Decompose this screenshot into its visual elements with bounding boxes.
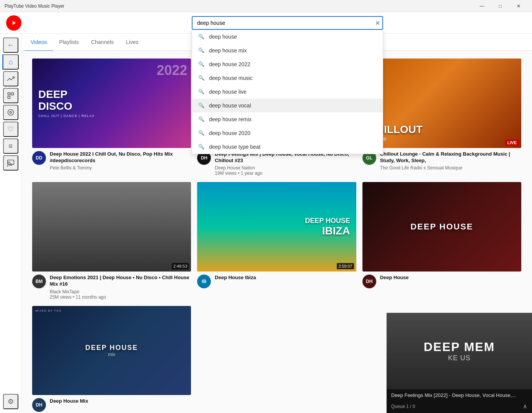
mini-queue: Queue 1 / 0 ∧ bbox=[387, 401, 532, 413]
avatar-4: BM bbox=[32, 275, 46, 288]
video-info-1: DDDeep House 2022 I Chill Out, Nu Disco,… bbox=[32, 151, 191, 171]
avatar-6: DH bbox=[362, 275, 376, 288]
maximize-button[interactable]: □ bbox=[491, 0, 509, 12]
suggestion-text: deep house bbox=[209, 34, 237, 40]
search-icon: 🔍 bbox=[198, 34, 204, 39]
play-icon bbox=[10, 20, 17, 26]
title-bar: PlayTube Video Music Player — □ ✕ bbox=[0, 0, 532, 12]
search-suggestion-2[interactable]: 🔍deep house mix bbox=[192, 44, 383, 57]
search-suggestion-9[interactable]: 🔍deep house type beat bbox=[192, 140, 383, 154]
app-title: PlayTube Video Music Player bbox=[5, 3, 64, 9]
video-info-5: IBDeep House Ibiza bbox=[197, 275, 356, 288]
search-suggestion-3[interactable]: 🔍deep house 2022 bbox=[192, 57, 383, 71]
svg-rect-2 bbox=[11, 93, 13, 95]
video-title-1: Deep House 2022 I Chill Out, Nu Disco, P… bbox=[50, 151, 191, 164]
tab-videos[interactable]: Videos bbox=[24, 34, 53, 51]
sidebar-item-queue[interactable]: ≡ bbox=[3, 138, 18, 154]
video-meta-1: Deep House 2022 I Chill Out, Nu Disco, P… bbox=[50, 151, 191, 171]
video-info-6: DHDeep House bbox=[362, 275, 521, 288]
search-suggestion-1[interactable]: 🔍deep house bbox=[192, 30, 383, 44]
back-button[interactable]: ← bbox=[3, 37, 18, 53]
svg-rect-3 bbox=[8, 96, 10, 99]
video-card-4[interactable]: 2:48:53BMDeep Emotions 2021 | Deep House… bbox=[29, 182, 194, 306]
search-input[interactable] bbox=[192, 16, 383, 30]
search-icon: 🔍 bbox=[198, 144, 204, 150]
mini-thumb: DEEP MEM KE US bbox=[387, 313, 532, 389]
svg-point-6 bbox=[7, 166, 8, 166]
search-clear-button[interactable]: ✕ bbox=[375, 19, 380, 26]
search-suggestion-4[interactable]: 🔍deep house music bbox=[192, 71, 383, 85]
suggestion-text: deep house 2022 bbox=[209, 61, 250, 67]
video-stats-4: 25M views • 11 months ago bbox=[50, 294, 191, 300]
video-card-3[interactable]: CHILLOUTLoungeLIVEGLChillout Lounge - Ca… bbox=[359, 59, 524, 182]
search-dropdown: 🔍deep house🔍deep house mix🔍deep house 20… bbox=[192, 30, 383, 154]
thumbnail-bg-4 bbox=[32, 182, 191, 272]
video-card-7[interactable]: DEEP HOUSEmixMIXED BY TSGDHDeep House Mi… bbox=[29, 306, 194, 413]
search-icon: 🔍 bbox=[198, 47, 204, 53]
search-icon: 🔍 bbox=[198, 116, 204, 122]
video-meta-6: Deep House bbox=[380, 275, 521, 288]
sidebar-item-home[interactable]: ⌂ bbox=[2, 54, 19, 70]
svg-rect-1 bbox=[8, 93, 10, 95]
sidebar-item-cast[interactable] bbox=[3, 155, 18, 171]
sidebar: ← ⌂ ♡ ≡ ⚙ bbox=[0, 34, 21, 413]
logo-button[interactable] bbox=[6, 15, 21, 31]
settings-button[interactable]: ⚙ bbox=[3, 394, 18, 409]
video-channel-4: Black MixTape bbox=[50, 289, 191, 294]
suggestion-text: deep house live bbox=[209, 89, 246, 95]
suggestion-text: deep house music bbox=[209, 75, 253, 81]
search-suggestion-5[interactable]: 🔍deep house live bbox=[192, 85, 383, 99]
mixed-by-label: MIXED BY TSG bbox=[35, 309, 62, 312]
video-meta-7: Deep House Mix bbox=[50, 398, 191, 412]
search-icon: 🔍 bbox=[198, 61, 204, 67]
thumb-overlay-5: DEEP HOUSEIBIZA bbox=[261, 182, 356, 272]
video-channel-1: Pete Bellis & Tommy bbox=[50, 165, 191, 171]
video-card-5[interactable]: DEEP HOUSEIBIZA3:59:07IBDeep House Ibiza bbox=[194, 182, 359, 306]
thumb-overlay-7: DEEP HOUSEmix bbox=[32, 306, 191, 395]
avatar-7: DH bbox=[32, 398, 46, 412]
suggestion-text: deep house remix bbox=[209, 116, 251, 122]
thumb-overlay-3: CHILLOUTLounge bbox=[362, 59, 521, 148]
suggestion-text: deep house type beat bbox=[209, 144, 261, 150]
avatar-5: IB bbox=[197, 275, 211, 288]
video-meta-3: Chillout Lounge - Calm & Relaxing Backgr… bbox=[380, 151, 521, 171]
search-suggestion-7[interactable]: 🔍deep house remix bbox=[192, 112, 383, 126]
video-title-7: Deep House Mix bbox=[50, 398, 191, 405]
app-header: ✕ 🔍deep house🔍deep house mix🔍deep house … bbox=[0, 12, 532, 34]
tab-channels[interactable]: Channels bbox=[85, 34, 120, 51]
minimize-button[interactable]: — bbox=[473, 0, 491, 12]
sidebar-item-trending[interactable] bbox=[3, 71, 18, 86]
video-card-1[interactable]: DEEPDISCOCHILL OUT | DANCE | RELAX2022DD… bbox=[29, 59, 194, 182]
sidebar-item-subscriptions[interactable] bbox=[3, 105, 18, 120]
library-icon bbox=[7, 92, 15, 99]
title-bar-left: PlayTube Video Music Player bbox=[5, 3, 64, 9]
video-meta-2: Deep Feelings Mix | Deep House, Vocal Ho… bbox=[215, 151, 356, 176]
search-suggestion-8[interactable]: 🔍deep house 2020 bbox=[192, 126, 383, 140]
tab-playlists[interactable]: Playlists bbox=[53, 34, 85, 51]
thumb-overlay-6: DEEP HOUSE bbox=[362, 182, 521, 272]
suggestion-text: deep house 2020 bbox=[209, 130, 250, 136]
search-icon: 🔍 bbox=[198, 130, 204, 136]
tab-lives[interactable]: Lives bbox=[120, 34, 145, 51]
mini-thumb-text: DEEP MEM KE US bbox=[424, 340, 495, 362]
mini-player: DEEP MEM KE US Deep Feelings Mix [2022] … bbox=[387, 313, 532, 413]
live-badge-3: LIVE bbox=[505, 140, 519, 146]
close-button[interactable]: ✕ bbox=[510, 0, 527, 12]
video-info-2: DHDeep Feelings Mix | Deep House, Vocal … bbox=[197, 151, 356, 176]
search-suggestion-6[interactable]: 🔍deep house vocal bbox=[192, 99, 383, 112]
video-stats-2: 19M views • 1 year ago bbox=[215, 171, 356, 176]
svg-marker-0 bbox=[13, 21, 16, 25]
video-card-6[interactable]: DEEP HOUSEDHDeep House bbox=[359, 182, 524, 306]
avatar-1: DD bbox=[32, 151, 46, 165]
video-meta-5: Deep House Ibiza bbox=[215, 275, 356, 288]
title-bar-controls: — □ ✕ bbox=[473, 0, 527, 12]
duration-badge-4: 2:48:53 bbox=[172, 263, 189, 269]
svg-point-5 bbox=[10, 112, 11, 114]
cast-icon bbox=[7, 159, 15, 167]
video-meta-4: Deep Emotions 2021 | Deep House • Nu Dis… bbox=[50, 275, 191, 300]
sidebar-item-likes[interactable]: ♡ bbox=[3, 122, 18, 137]
sidebar-item-library[interactable] bbox=[3, 88, 18, 103]
suggestion-text: deep house mix bbox=[209, 47, 247, 54]
mini-chevron-button[interactable]: ∧ bbox=[523, 403, 527, 410]
video-info-4: BMDeep Emotions 2021 | Deep House • Nu D… bbox=[32, 275, 191, 300]
